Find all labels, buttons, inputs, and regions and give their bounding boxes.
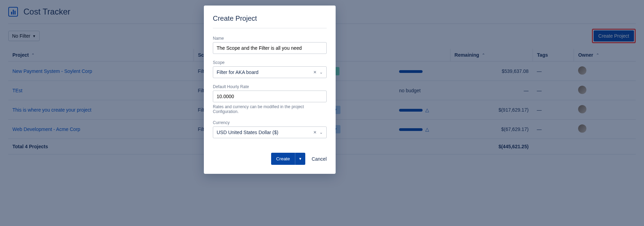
rate-input[interactable] xyxy=(213,91,327,102)
create-button-label: Create xyxy=(271,153,295,165)
scope-label: Scope xyxy=(213,60,327,65)
create-project-modal: Create Project Name Scope Filter for AKA… xyxy=(204,6,336,174)
name-label: Name xyxy=(213,36,327,41)
clear-icon[interactable]: ✕ xyxy=(313,70,317,75)
currency-label: Currency xyxy=(213,120,327,125)
divider xyxy=(213,28,327,28)
create-button-dropdown[interactable]: ▼ xyxy=(295,153,306,165)
modal-title: Create Project xyxy=(213,15,327,22)
chevron-down-icon[interactable]: ⌄ xyxy=(319,70,323,75)
cancel-button[interactable]: Cancel xyxy=(311,156,327,162)
currency-select[interactable]: USD United States Dollar ($) ✕ ⌄ xyxy=(213,126,327,138)
scope-select[interactable]: Filter for AKA board ✕ ⌄ xyxy=(213,66,327,78)
scope-value: Filter for AKA board xyxy=(217,69,258,75)
rate-helper: Rates and currency can be modified in th… xyxy=(213,104,327,114)
chevron-down-icon[interactable]: ⌄ xyxy=(319,130,323,135)
clear-icon[interactable]: ✕ xyxy=(313,130,317,135)
name-input[interactable] xyxy=(213,42,327,54)
currency-value: USD United States Dollar ($) xyxy=(217,130,278,135)
create-button[interactable]: Create ▼ xyxy=(271,153,305,165)
rate-label: Default Hourly Rate xyxy=(213,84,327,89)
